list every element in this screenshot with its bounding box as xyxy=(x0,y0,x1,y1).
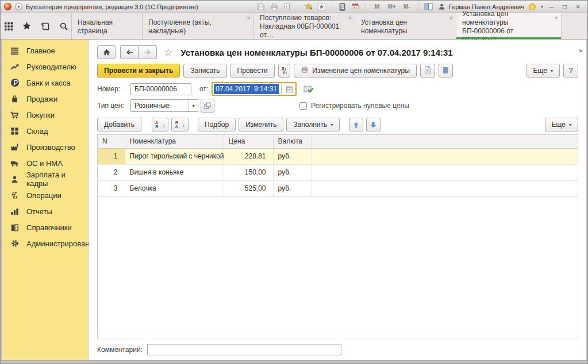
memory-minus-button[interactable]: M- xyxy=(401,3,413,10)
calculator-icon[interactable] xyxy=(337,2,347,11)
move-up-button[interactable] xyxy=(349,118,363,131)
tab-close-icon[interactable]: × xyxy=(449,15,453,21)
tab-close-icon[interactable]: × xyxy=(247,15,251,21)
apps-grid-icon[interactable] xyxy=(3,21,13,31)
home-button[interactable] xyxy=(97,45,116,59)
cell-n[interactable]: 2 xyxy=(98,164,125,180)
tab-close-icon[interactable]: × xyxy=(348,15,352,21)
sidebar-item-fixed-assets[interactable]: ОС и НМА xyxy=(2,155,88,171)
user-icon xyxy=(437,2,447,11)
open-price-type-button[interactable] xyxy=(201,99,214,113)
save-icon[interactable] xyxy=(256,2,266,11)
help-button[interactable]: ? xyxy=(563,64,578,78)
split-window-icon[interactable] xyxy=(424,2,433,11)
cell-currency[interactable]: руб. xyxy=(273,180,312,196)
column-header-n[interactable]: N xyxy=(98,135,125,148)
sidebar-item-operations[interactable]: Дт Кт Операции xyxy=(2,187,88,203)
price-type-combo[interactable]: Розничные ▾ xyxy=(130,99,198,112)
cell-price[interactable]: 150,00 xyxy=(224,164,273,180)
search-icon[interactable] xyxy=(59,21,68,31)
cell-n[interactable]: 1 xyxy=(98,148,125,164)
move-down-button[interactable] xyxy=(366,118,381,131)
register-zero-prices-checkbox[interactable] xyxy=(299,102,307,110)
maximize-button[interactable]: □ xyxy=(560,3,570,11)
sidebar-item-administration[interactable]: Администрирование xyxy=(2,235,88,251)
sidebar-item-main[interactable]: Главное xyxy=(2,42,88,59)
info-caret-icon[interactable]: ▾ xyxy=(541,4,543,9)
cell-nomenclature[interactable]: Вишня в коньяке xyxy=(125,164,224,180)
sidebar-item-label: ОС и НМА xyxy=(26,159,63,168)
post-and-close-button[interactable]: Провести и закрыть xyxy=(97,64,180,78)
cell-nomenclature[interactable]: Пирог тирольский с черникой xyxy=(125,148,224,164)
favorites-icon[interactable] xyxy=(317,2,326,11)
sidebar-item-label: Зарплата и кадры xyxy=(26,171,88,188)
column-header-currency[interactable]: Валюта xyxy=(273,135,312,148)
number-input[interactable] xyxy=(130,83,191,95)
tab-home[interactable]: Начальная страница xyxy=(71,13,142,39)
form-close-icon[interactable]: × xyxy=(578,47,583,55)
table-row[interactable]: 3 Белочка 525,00 руб. xyxy=(98,180,578,196)
memory-button[interactable]: M xyxy=(371,3,383,10)
tab-goods-receipt[interactable]: Поступление товаров: Накладная 00БП-0000… xyxy=(253,13,355,39)
items-table-container: N Номенклатура Цена Валюта 1 Пирог тирол… xyxy=(97,134,578,339)
cell-price[interactable]: 228,81 xyxy=(224,148,273,164)
fill-button[interactable]: Заполнить▾ xyxy=(286,118,340,131)
sidebar-item-reports[interactable]: Отчеты xyxy=(2,203,88,219)
related-documents-button[interactable] xyxy=(439,64,453,78)
sidebar-item-purchases[interactable]: Покупки xyxy=(2,107,88,123)
comment-input[interactable] xyxy=(147,344,341,355)
favorite-star-icon[interactable]: ☆ xyxy=(164,47,172,59)
cell-currency[interactable]: руб. xyxy=(273,148,312,164)
sidebar-item-label: Производство xyxy=(26,143,75,152)
sort-descending-button[interactable]: ЯА↓ xyxy=(171,118,188,131)
table-row[interactable]: 1 Пирог тирольский с черникой 228,81 руб… xyxy=(98,148,578,164)
more-button[interactable]: Еще▾ xyxy=(526,64,560,78)
sidebar-item-directories[interactable]: Справочники xyxy=(2,219,88,235)
memory-plus-button[interactable]: M+ xyxy=(386,3,398,10)
document-report-button[interactable] xyxy=(420,64,435,78)
column-header-nomenclature[interactable]: Номенклатура xyxy=(125,135,224,148)
print-icon[interactable] xyxy=(270,2,279,11)
tab-price-setting-doc[interactable]: Установка цен номенклатуры БП-00000006 о… xyxy=(456,13,562,39)
favorites-star-icon[interactable] xyxy=(22,21,32,31)
print-preview-icon[interactable] xyxy=(283,2,293,11)
history-icon[interactable] xyxy=(40,21,50,31)
add-favorite-icon[interactable] xyxy=(303,2,313,11)
sidebar-item-bank-cash[interactable]: Банк и касса xyxy=(2,75,88,91)
sidebar-item-production[interactable]: Производство xyxy=(2,139,88,155)
price-type-value: Розничные xyxy=(131,102,189,110)
sidebar-item-salary-hr[interactable]: Зарплата и кадры xyxy=(2,171,88,187)
date-picker-icon[interactable] xyxy=(283,84,295,94)
save-button[interactable]: Записать xyxy=(183,64,226,78)
document-title: Установка цен номенклатуры БП-00000006 о… xyxy=(180,48,452,57)
forward-button[interactable] xyxy=(139,45,157,59)
sidebar-item-warehouse[interactable]: Склад xyxy=(2,123,88,139)
system-menu-button[interactable]: ▾ xyxy=(15,3,22,10)
cell-nomenclature[interactable]: Белочка xyxy=(125,180,224,196)
tab-receipts-list[interactable]: Поступление (акты, накладные) × xyxy=(142,13,253,39)
add-row-button[interactable]: Добавить xyxy=(97,118,141,131)
edit-button[interactable]: Изменить xyxy=(239,118,283,131)
close-button[interactable]: × xyxy=(573,3,583,11)
post-button[interactable]: Провести xyxy=(230,64,275,78)
cell-price[interactable]: 525,00 xyxy=(224,180,273,196)
pick-button[interactable]: Подбор xyxy=(198,118,236,131)
back-button[interactable] xyxy=(120,45,139,59)
table-row[interactable]: 2 Вишня в коньяке 150,00 руб. xyxy=(98,164,578,180)
sidebar-item-manager[interactable]: Руководителю xyxy=(2,59,88,75)
column-header-price[interactable]: Цена xyxy=(224,135,273,148)
date-field[interactable]: 07.04.2017 9:14:31 xyxy=(212,82,297,96)
dtkt-postings-button[interactable]: Дт Кт xyxy=(278,64,291,78)
change-prices-button[interactable]: Изменение цен номенклатуры xyxy=(294,64,417,78)
calendar-icon[interactable]: 31 xyxy=(351,2,360,11)
date-value[interactable]: 07.04.2017 9:14:31 xyxy=(214,84,279,94)
sort-ascending-button[interactable]: АЯ↓ xyxy=(152,118,168,131)
cell-currency[interactable]: руб. xyxy=(273,164,312,180)
cell-n[interactable]: 3 xyxy=(98,180,125,196)
combo-caret-icon[interactable]: ▾ xyxy=(189,100,198,111)
grid-more-button[interactable]: Еще▾ xyxy=(545,118,578,131)
tab-price-setting-list[interactable]: Установка цен номенклатуры × xyxy=(355,13,456,39)
tab-close-icon[interactable]: × xyxy=(555,15,558,21)
tab-label: Установка цен номенклатуры xyxy=(361,18,444,36)
sidebar-item-sales[interactable]: Продажи xyxy=(2,91,88,107)
